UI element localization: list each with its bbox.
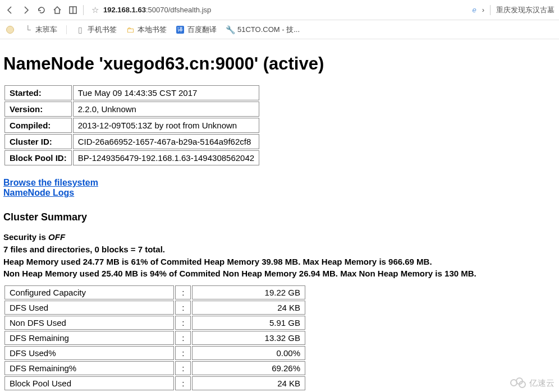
cluster-label: DFS Used xyxy=(4,301,174,315)
cluster-label: DFS Used% xyxy=(4,346,174,360)
refresh-button[interactable] xyxy=(36,4,47,16)
wrench-icon: 🔧 xyxy=(226,25,235,34)
bookmark-item[interactable]: ▯ 手机书签 xyxy=(76,25,117,35)
info-value: BP-1249356479-192.168.1.63-1494308562042 xyxy=(73,150,259,165)
bookmark-label: 手机书签 xyxy=(88,25,117,35)
chevron-left-icon xyxy=(6,6,15,15)
chevron-right-icon xyxy=(21,6,30,15)
home-button[interactable] xyxy=(52,4,63,16)
cluster-label: DFS Remaining% xyxy=(4,361,174,375)
page-content: NameNode 'xuegod63.cn:9000' (active) Sta… xyxy=(0,39,559,392)
home-icon xyxy=(53,6,62,15)
phone-icon: ▯ xyxy=(76,25,85,34)
info-value: 2013-12-09T05:13Z by root from Unknown xyxy=(73,118,259,133)
table-row: DFS Used%:0.00% xyxy=(4,346,305,360)
news-headline[interactable]: 重庆发现东汉古墓 xyxy=(496,5,555,15)
table-row: DFS Remaining%:69.26% xyxy=(4,361,305,375)
table-row: Block Pool Used:24 KB xyxy=(4,376,305,390)
url-bar[interactable]: ☆ 192.168.1.63:50070/dfshealth.jsp xyxy=(88,5,468,15)
divider xyxy=(66,25,67,34)
translate-icon: 译 xyxy=(176,25,185,34)
back-button[interactable] xyxy=(4,4,16,16)
divider xyxy=(490,5,491,15)
bookmark-label: 51CTO.COM - 技... xyxy=(237,25,300,35)
table-row: Started:Tue May 09 14:43:35 CST 2017 xyxy=(4,85,259,100)
colon: : xyxy=(175,301,191,315)
info-label: Version: xyxy=(4,102,72,117)
browser-right-controls: e › 重庆发现东汉古墓 xyxy=(472,5,555,15)
cluster-value: 24 KB xyxy=(192,376,305,390)
info-value: CID-26a66952-1657-467a-b29a-5164a9f62cf8 xyxy=(73,134,259,149)
cluster-value: 5.91 GB xyxy=(192,316,305,330)
divider xyxy=(83,5,84,15)
table-row: Non DFS Used:5.91 GB xyxy=(4,316,305,330)
cluster-summary-table: Configured Capacity:19.22 GBDFS Used:24 … xyxy=(3,284,306,391)
info-table: Started:Tue May 09 14:43:35 CST 2017Vers… xyxy=(3,84,260,167)
folder-icon: 🗀 xyxy=(126,25,135,34)
book-icon xyxy=(68,6,77,15)
corner-icon: └ xyxy=(24,25,33,34)
files-line: 7 files and directories, 0 blocks = 7 to… xyxy=(3,245,165,254)
bookmarks-bar: └ 末班车 ▯ 手机书签 🗀 本地书签 译 百度翻译 🔧 51CTO.COM -… xyxy=(0,20,559,39)
browser-toolbar: ☆ 192.168.1.63:50070/dfshealth.jsp e › 重… xyxy=(0,0,559,20)
table-row: Cluster ID:CID-26a66952-1657-467a-b29a-5… xyxy=(4,134,259,149)
nonheap-line: Non Heap Memory used 25.40 MB is 94% of … xyxy=(3,269,476,278)
colon: : xyxy=(175,285,191,299)
table-row: Block Pool ID:BP-1249356479-192.168.1.63… xyxy=(4,150,259,165)
watermark: 亿速云 xyxy=(510,377,555,389)
namenode-logs-link[interactable]: NameNode Logs xyxy=(3,188,74,198)
table-row: Configured Capacity:19.22 GB xyxy=(4,285,305,299)
cluster-value: 13.32 GB xyxy=(192,331,305,345)
bookmark-label: 百度翻译 xyxy=(187,25,217,35)
cluster-label: Block Pool Used xyxy=(4,376,174,390)
table-row: Compiled:2013-12-09T05:13Z by root from … xyxy=(4,118,259,133)
section-title: Cluster Summary xyxy=(3,211,556,223)
security-state: OFF xyxy=(48,232,65,242)
url-path: :50070/dfshealth.jsp xyxy=(146,6,211,14)
info-label: Block Pool ID: xyxy=(4,150,72,165)
chevron-right-icon[interactable]: › xyxy=(482,6,484,14)
bookmark-item[interactable]: 🗀 本地书签 xyxy=(126,25,167,35)
url-text: 192.168.1.63:50070/dfshealth.jsp xyxy=(103,6,211,14)
cluster-value: 19.22 GB xyxy=(192,285,305,299)
colon: : xyxy=(175,346,191,360)
summary-text: Security is OFF 7 files and directories,… xyxy=(3,231,556,280)
bookmark-item[interactable]: 译 百度翻译 xyxy=(176,25,217,35)
info-label: Compiled: xyxy=(4,118,72,133)
forward-button[interactable] xyxy=(20,4,31,16)
bookmark-item[interactable]: 🔧 51CTO.COM - 技... xyxy=(226,25,300,35)
table-row: Version:2.2.0, Unknown xyxy=(4,102,259,117)
table-row: DFS Remaining:13.32 GB xyxy=(4,331,305,345)
info-value: Tue May 09 14:43:35 CST 2017 xyxy=(73,85,259,100)
cluster-label: Non DFS Used xyxy=(4,316,174,330)
cluster-label: DFS Remaining xyxy=(4,331,174,345)
favicon-icon xyxy=(6,25,15,34)
page-title: NameNode 'xuegod63.cn:9000' (active) xyxy=(3,54,556,74)
info-label: Cluster ID: xyxy=(4,134,72,149)
bookmark-item[interactable]: └ 末班车 xyxy=(24,25,57,35)
cluster-value: 0.00% xyxy=(192,346,305,360)
cluster-label: Configured Capacity xyxy=(4,285,174,299)
bookmark-label: 本地书签 xyxy=(138,25,167,35)
colon: : xyxy=(175,316,191,330)
info-label: Started: xyxy=(4,85,72,100)
ie-mode-icon[interactable]: e xyxy=(472,6,476,14)
browse-filesystem-link[interactable]: Browse the filesystem xyxy=(3,178,98,188)
reading-mode-button[interactable] xyxy=(67,4,79,16)
colon: : xyxy=(175,331,191,345)
colon: : xyxy=(175,361,191,375)
refresh-icon xyxy=(37,6,46,15)
links-section: Browse the filesystem NameNode Logs xyxy=(3,178,556,198)
security-prefix: Security is xyxy=(3,232,48,242)
table-row: DFS Used:24 KB xyxy=(4,301,305,315)
colon: : xyxy=(175,376,191,390)
cluster-value: 24 KB xyxy=(192,301,305,315)
watermark-text: 亿速云 xyxy=(529,378,555,389)
url-host: 192.168.1.63 xyxy=(103,6,146,14)
favorite-star-icon[interactable]: ☆ xyxy=(91,5,99,15)
cluster-value: 69.26% xyxy=(192,361,305,375)
bookmark-label: 末班车 xyxy=(35,25,57,35)
info-value: 2.2.0, Unknown xyxy=(73,102,259,117)
heap-line: Heap Memory used 24.77 MB is 61% of Comm… xyxy=(3,257,432,266)
bookmark-item[interactable] xyxy=(6,25,15,34)
